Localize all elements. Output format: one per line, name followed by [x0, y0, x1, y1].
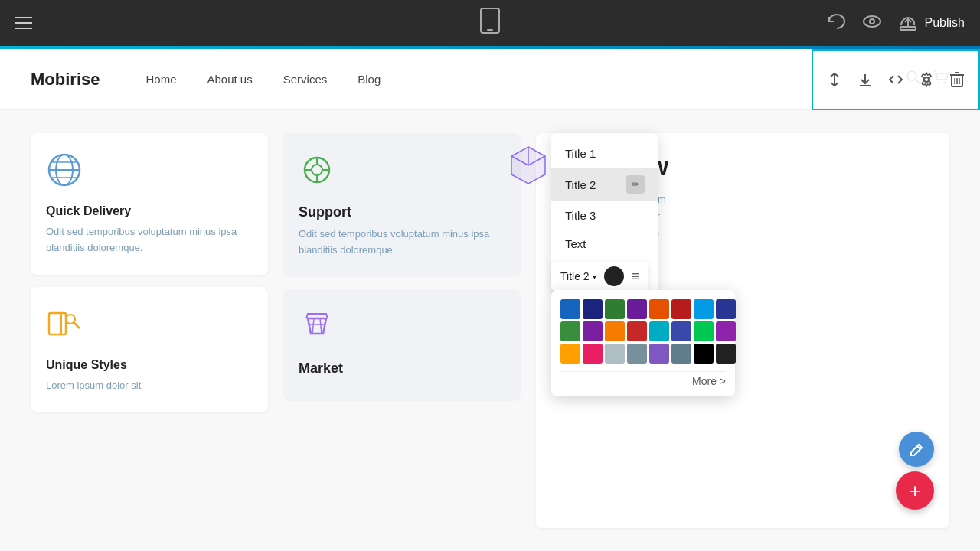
svg-point-3 — [870, 19, 874, 24]
move-block-button[interactable] — [821, 66, 848, 93]
title-format-bar: Title 2 ▾ ≡ — [551, 262, 648, 291]
support-title: Support — [299, 204, 505, 220]
fab-edit-button[interactable] — [899, 432, 934, 467]
dropdown-label-title3: Title 3 — [565, 209, 596, 222]
color-swatch[interactable] — [649, 344, 669, 364]
main-content: Quick Delivery Odit sed temporibus volup… — [0, 110, 980, 551]
globe-icon — [46, 152, 253, 195]
nav-link-services[interactable]: Services — [283, 73, 328, 86]
color-swatch[interactable] — [671, 321, 691, 341]
nav-link-about[interactable]: About us — [207, 73, 252, 86]
color-swatch[interactable] — [627, 299, 647, 319]
title-color-swatch[interactable] — [604, 266, 624, 286]
color-swatch[interactable] — [694, 321, 714, 341]
svg-point-2 — [864, 16, 880, 27]
title-bar-text: Title 2 — [560, 270, 590, 282]
quick-delivery-text: Odit sed temporibus voluptatum minus ips… — [46, 224, 253, 256]
delete-block-button[interactable] — [943, 66, 971, 93]
publish-label: Publish — [925, 16, 965, 30]
left-column: Quick Delivery Odit sed temporibus volup… — [31, 133, 268, 528]
svg-point-11 — [924, 77, 929, 82]
svg-rect-5 — [900, 27, 916, 30]
3d-box-icon — [505, 141, 551, 190]
color-swatch[interactable] — [716, 344, 736, 364]
svg-rect-23 — [49, 313, 66, 334]
dropdown-label-text: Text — [565, 237, 586, 250]
support-text: Odit sed temporibus voluptatum minus ips… — [299, 227, 505, 259]
right-column: Services W Lorem ipsum dolor sit am Moll… — [536, 133, 949, 528]
toolbar-left — [15, 17, 32, 29]
text-align-icon[interactable]: ≡ — [632, 269, 640, 285]
svg-line-34 — [320, 318, 322, 334]
unique-styles-icon — [46, 305, 253, 349]
title-bar-chevron-icon: ▾ — [593, 272, 596, 281]
dropdown-item-title2[interactable]: Title 2 ✏ — [551, 168, 658, 201]
nav-links: Home About us Services Blog — [145, 73, 381, 86]
nav-link-home[interactable]: Home — [145, 73, 176, 86]
middle-column: Support Odit sed temporibus voluptatum m… — [283, 133, 521, 528]
hamburger-menu-icon[interactable] — [15, 17, 32, 29]
svg-line-26 — [74, 322, 80, 328]
color-swatch[interactable] — [583, 321, 603, 341]
toolbar-right: Publish — [827, 13, 965, 34]
nav-logo: Mobirise — [31, 70, 100, 90]
unique-styles-title: Unique Styles — [46, 358, 253, 372]
code-block-button[interactable] — [882, 66, 910, 93]
nav-bar: Mobirise Home About us Services Blog — [0, 49, 980, 110]
color-swatch[interactable] — [627, 344, 647, 364]
color-swatch[interactable] — [560, 321, 580, 341]
quick-delivery-title: Quick Delivery — [46, 204, 253, 218]
preview-button[interactable] — [862, 13, 882, 34]
block-controls — [812, 49, 980, 110]
color-swatch[interactable] — [605, 344, 625, 364]
dropdown-label-title2: Title 2 — [565, 178, 596, 191]
toolbar-center — [479, 7, 501, 40]
color-grid — [560, 299, 726, 364]
color-swatch[interactable] — [716, 299, 736, 319]
color-swatch[interactable] — [649, 321, 669, 341]
color-palette-popup: More > — [551, 290, 735, 396]
mobile-preview-icon[interactable] — [479, 15, 501, 39]
unique-styles-card: Unique Styles Lorem ipsum dolor sit — [31, 287, 268, 412]
more-colors-link[interactable]: More > — [560, 371, 726, 387]
color-swatch[interactable] — [671, 344, 691, 364]
nav-link-blog[interactable]: Blog — [358, 73, 381, 86]
download-block-button[interactable] — [851, 66, 879, 93]
settings-block-button[interactable] — [913, 66, 940, 93]
edit-title2-icon[interactable]: ✏ — [626, 175, 645, 194]
market-title: Market — [299, 360, 505, 377]
svg-line-33 — [312, 318, 314, 334]
top-toolbar: Publish — [0, 0, 980, 46]
publish-button[interactable]: Publish — [897, 15, 965, 31]
color-swatch[interactable] — [583, 299, 603, 319]
color-swatch[interactable] — [649, 299, 669, 319]
support-icon — [299, 152, 505, 195]
color-swatch[interactable] — [560, 344, 580, 364]
title-bar-label[interactable]: Title 2 ▾ — [560, 270, 596, 282]
dropdown-item-text[interactable]: Text — [551, 230, 658, 258]
color-swatch[interactable] — [605, 321, 625, 341]
dropdown-item-title3[interactable]: Title 3 — [551, 201, 658, 230]
svg-point-28 — [312, 165, 322, 175]
color-swatch[interactable] — [671, 299, 691, 319]
color-swatch[interactable] — [694, 299, 714, 319]
support-card: Support Odit sed temporibus voluptatum m… — [283, 133, 521, 277]
color-swatch[interactable] — [716, 321, 736, 341]
dropdown-item-title1[interactable]: Title 1 — [551, 139, 658, 168]
market-card: Market — [283, 289, 521, 401]
dropdown-label-title1: Title 1 — [565, 147, 596, 160]
color-swatch[interactable] — [627, 321, 647, 341]
color-swatch[interactable] — [694, 344, 714, 364]
color-swatch[interactable] — [583, 344, 603, 364]
svg-rect-1 — [487, 29, 493, 31]
color-swatch[interactable] — [560, 299, 580, 319]
color-swatch[interactable] — [605, 299, 625, 319]
unique-styles-text: Lorem ipsum dolor sit — [46, 378, 253, 394]
quick-delivery-card: Quick Delivery Odit sed temporibus volup… — [31, 133, 268, 275]
fab-add-button[interactable]: + — [896, 471, 934, 510]
market-icon — [299, 308, 505, 351]
fab-add-icon: + — [909, 479, 920, 503]
undo-button[interactable] — [827, 13, 847, 34]
